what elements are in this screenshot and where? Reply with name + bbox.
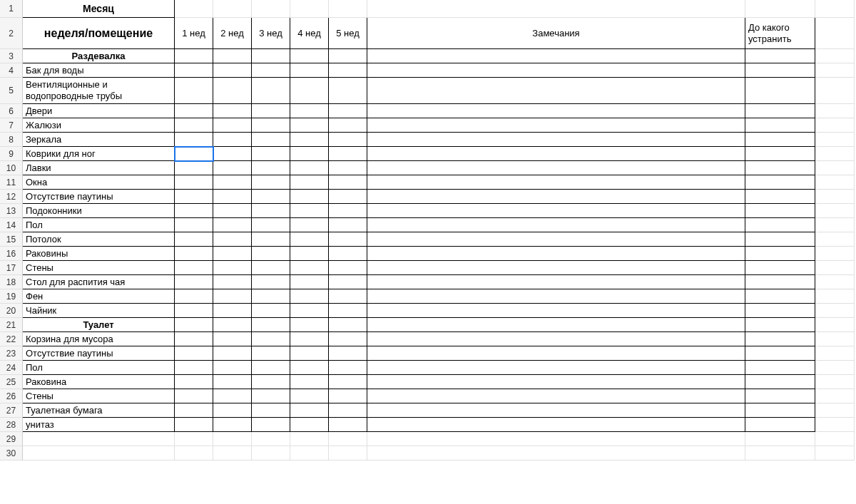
cell[interactable] bbox=[175, 232, 213, 247]
cell[interactable] bbox=[213, 190, 252, 204]
cell[interactable] bbox=[329, 332, 367, 346]
cell[interactable] bbox=[213, 232, 252, 247]
cell[interactable] bbox=[290, 49, 329, 63]
cell[interactable] bbox=[252, 104, 290, 118]
cell[interactable] bbox=[329, 361, 367, 375]
cell[interactable] bbox=[815, 332, 855, 346]
cell[interactable] bbox=[367, 232, 745, 247]
cell[interactable] bbox=[815, 361, 855, 375]
cell[interactable] bbox=[175, 78, 213, 104]
cell[interactable] bbox=[815, 446, 855, 461]
cell[interactable] bbox=[213, 332, 252, 346]
cell[interactable] bbox=[23, 446, 175, 461]
cell[interactable] bbox=[252, 261, 290, 275]
cell[interactable] bbox=[252, 332, 290, 346]
cell[interactable] bbox=[252, 49, 290, 63]
cell-item[interactable]: Стены bbox=[23, 261, 175, 275]
cell-deadline-header[interactable]: До какого устранить bbox=[745, 18, 815, 49]
cell[interactable] bbox=[213, 78, 252, 104]
cell[interactable] bbox=[815, 346, 855, 361]
cell[interactable] bbox=[745, 261, 815, 275]
cell[interactable] bbox=[252, 63, 290, 78]
cell[interactable] bbox=[745, 104, 815, 118]
row-number[interactable]: 27 bbox=[0, 403, 23, 418]
cell[interactable] bbox=[213, 289, 252, 304]
cell[interactable] bbox=[175, 190, 213, 204]
cell[interactable] bbox=[745, 346, 815, 361]
cell[interactable] bbox=[367, 204, 745, 218]
row-number[interactable]: 9 bbox=[0, 147, 23, 161]
cell[interactable] bbox=[290, 104, 329, 118]
cell[interactable] bbox=[367, 275, 745, 289]
cell[interactable] bbox=[329, 204, 367, 218]
cell[interactable] bbox=[175, 104, 213, 118]
row-number[interactable]: 8 bbox=[0, 133, 23, 147]
cell[interactable] bbox=[815, 218, 855, 232]
row-number[interactable]: 19 bbox=[0, 289, 23, 304]
cell[interactable] bbox=[175, 304, 213, 318]
cell[interactable] bbox=[745, 289, 815, 304]
cell[interactable] bbox=[329, 275, 367, 289]
cell[interactable] bbox=[175, 204, 213, 218]
cell[interactable] bbox=[175, 49, 213, 63]
cell[interactable] bbox=[367, 247, 745, 261]
row-number[interactable]: 24 bbox=[0, 361, 23, 375]
cell[interactable] bbox=[290, 403, 329, 418]
cell[interactable] bbox=[290, 232, 329, 247]
cell[interactable] bbox=[290, 247, 329, 261]
cell-item[interactable]: Жалюзи bbox=[23, 118, 175, 133]
cell[interactable] bbox=[213, 161, 252, 175]
cell[interactable] bbox=[213, 346, 252, 361]
cell[interactable] bbox=[213, 304, 252, 318]
cell[interactable] bbox=[290, 275, 329, 289]
cell-item[interactable]: Потолок bbox=[23, 232, 175, 247]
cell-week4-header[interactable]: 4 нед bbox=[290, 18, 329, 49]
cell[interactable] bbox=[745, 190, 815, 204]
cell[interactable] bbox=[290, 147, 329, 161]
cell[interactable] bbox=[745, 318, 815, 332]
cell[interactable] bbox=[745, 0, 815, 18]
cell[interactable] bbox=[367, 63, 745, 78]
cell[interactable] bbox=[367, 403, 745, 418]
cell-item[interactable]: Пол bbox=[23, 218, 175, 232]
cell[interactable] bbox=[329, 261, 367, 275]
cell[interactable] bbox=[745, 418, 815, 432]
cell[interactable] bbox=[213, 175, 252, 190]
row-number[interactable]: 17 bbox=[0, 261, 23, 275]
cell[interactable] bbox=[290, 432, 329, 446]
cell[interactable] bbox=[745, 275, 815, 289]
cell-month-header[interactable]: Месяц bbox=[23, 0, 175, 18]
cell[interactable] bbox=[815, 104, 855, 118]
cell[interactable] bbox=[175, 318, 213, 332]
cell[interactable] bbox=[252, 78, 290, 104]
row-number[interactable]: 2 bbox=[0, 18, 23, 49]
cell[interactable] bbox=[367, 261, 745, 275]
row-number[interactable]: 26 bbox=[0, 389, 23, 403]
cell[interactable] bbox=[815, 78, 855, 104]
cell[interactable] bbox=[252, 161, 290, 175]
cell[interactable] bbox=[290, 118, 329, 133]
cell[interactable] bbox=[175, 289, 213, 304]
cell[interactable] bbox=[815, 418, 855, 432]
cell[interactable] bbox=[815, 49, 855, 63]
cell-week3-header[interactable]: 3 нед bbox=[252, 18, 290, 49]
cell[interactable] bbox=[252, 375, 290, 389]
cell[interactable] bbox=[213, 432, 252, 446]
cell[interactable] bbox=[175, 0, 213, 18]
cell[interactable] bbox=[290, 133, 329, 147]
cell[interactable] bbox=[213, 147, 252, 161]
cell[interactable] bbox=[252, 418, 290, 432]
cell[interactable] bbox=[213, 446, 252, 461]
row-number[interactable]: 11 bbox=[0, 175, 23, 190]
cell[interactable] bbox=[252, 204, 290, 218]
row-number[interactable]: 7 bbox=[0, 118, 23, 133]
cell[interactable] bbox=[175, 63, 213, 78]
row-number[interactable]: 4 bbox=[0, 63, 23, 78]
cell[interactable] bbox=[367, 346, 745, 361]
cell[interactable] bbox=[745, 232, 815, 247]
cell-item[interactable]: Фен bbox=[23, 289, 175, 304]
cell[interactable] bbox=[213, 204, 252, 218]
cell[interactable] bbox=[329, 247, 367, 261]
cell[interactable] bbox=[175, 218, 213, 232]
cell[interactable] bbox=[175, 261, 213, 275]
